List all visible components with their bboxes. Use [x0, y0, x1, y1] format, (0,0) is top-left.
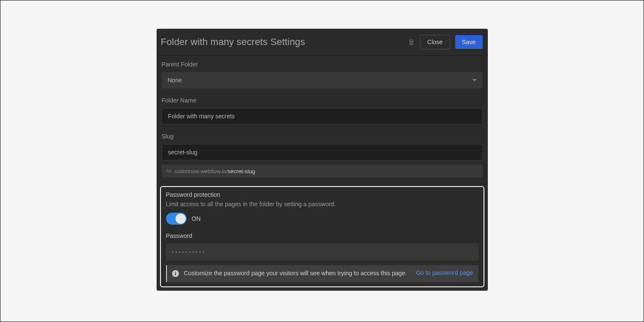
slug-group: Slug colibrinow.webflow.io/secret-slug [162, 133, 483, 178]
info-text: Customize the password page your visitor… [184, 269, 408, 278]
dialog-header: Folder with many secrets Settings Close … [157, 29, 488, 56]
parent-folder-select[interactable]: None [162, 72, 483, 88]
toggle-knob [175, 214, 186, 224]
link-icon [166, 168, 172, 174]
url-preview: colibrinow.webflow.io/secret-slug [162, 165, 483, 178]
password-toggle-row: ON [166, 213, 478, 225]
svg-rect-2 [175, 272, 176, 273]
trash-icon[interactable] [408, 39, 415, 45]
parent-folder-value: None [168, 77, 182, 84]
password-field-group: Password [166, 232, 478, 261]
dialog-body: Parent Folder None Folder Name Slug coli… [157, 56, 488, 291]
close-button[interactable]: Close [420, 35, 450, 49]
caret-down-icon [472, 79, 477, 81]
svg-rect-1 [175, 273, 176, 275]
password-toggle[interactable] [166, 213, 187, 225]
password-input[interactable] [166, 244, 478, 261]
password-toggle-label: ON [192, 215, 201, 222]
dialog-title: Folder with many secrets Settings [161, 36, 305, 48]
url-domain: colibrinow.webflow.io/ [175, 168, 228, 175]
url-slug: secret-slug [228, 168, 255, 175]
password-protection-description: Limit access to all the pages in the fol… [166, 201, 478, 208]
password-protection-title: Password protection [166, 191, 478, 198]
password-field-label: Password [166, 232, 478, 239]
info-content: Customize the password page your visitor… [184, 269, 473, 278]
info-banner: Customize the password page your visitor… [166, 265, 478, 282]
parent-folder-group: Parent Folder None [162, 61, 483, 88]
header-actions: Close Save [408, 35, 483, 49]
slug-input[interactable] [162, 144, 483, 160]
password-protection-section: Password protection Limit access to all … [160, 186, 484, 287]
password-page-link[interactable]: Go to password page [416, 269, 473, 276]
save-button[interactable]: Save [455, 35, 483, 49]
parent-folder-label: Parent Folder [162, 61, 483, 68]
slug-label: Slug [162, 133, 483, 140]
info-icon [172, 270, 179, 277]
folder-settings-dialog: Folder with many secrets Settings Close … [157, 29, 488, 291]
folder-name-group: Folder Name [162, 97, 483, 124]
folder-name-input[interactable] [162, 108, 483, 124]
folder-name-label: Folder Name [162, 97, 483, 104]
